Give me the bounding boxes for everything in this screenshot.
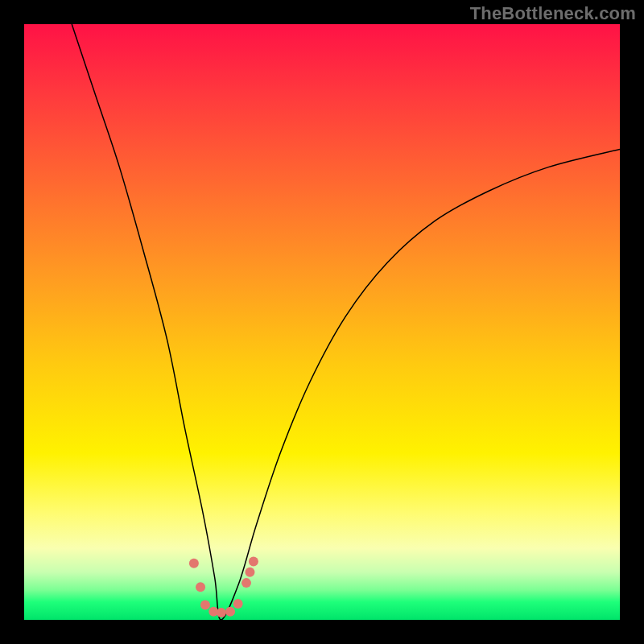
scatter-dot: [225, 607, 235, 617]
scatter-dot: [249, 556, 258, 566]
scatter-group: [189, 556, 258, 617]
scatter-dot: [233, 599, 243, 609]
watermark-text: TheBottleneck.com: [470, 3, 636, 24]
scatter-dot: [196, 582, 205, 592]
chart-svg: [24, 24, 620, 620]
bottleneck-curve: [72, 24, 620, 620]
scatter-dot: [242, 578, 251, 588]
scatter-dot: [245, 568, 254, 577]
scatter-dot: [200, 601, 210, 610]
plot-area: [24, 24, 620, 620]
scatter-dot: [189, 559, 199, 568]
scatter-dot: [217, 608, 226, 617]
chart-frame: TheBottleneck.com: [0, 0, 644, 644]
